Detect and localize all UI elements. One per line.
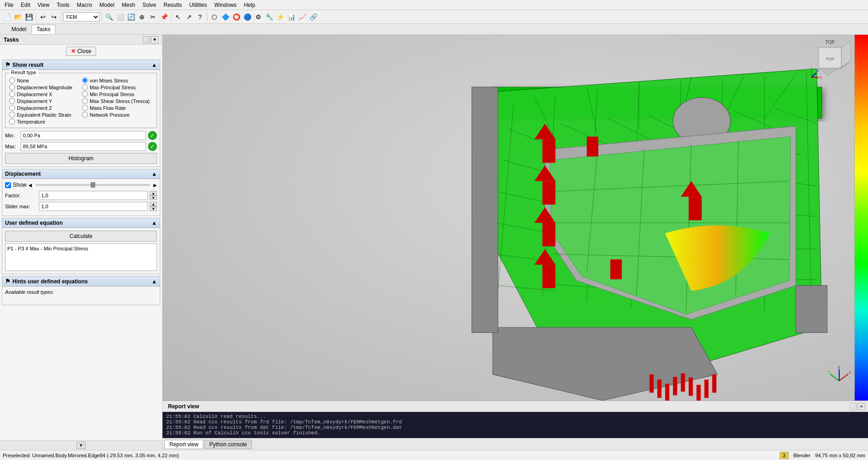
undo-btn[interactable]: ↩: [38, 12, 48, 22]
tool12[interactable]: ⭕: [231, 12, 241, 22]
slider-max-up[interactable]: ▲: [150, 202, 157, 206]
save-btn[interactable]: 💾: [24, 12, 34, 22]
report-maximize-btn[interactable]: ⬜: [850, 403, 857, 410]
svg-rect-86: [657, 379, 662, 398]
radio-eps-input[interactable]: [9, 112, 15, 118]
redo-btn[interactable]: ↪: [49, 12, 59, 22]
collapse-displacement[interactable]: ▲: [152, 171, 157, 177]
factor-input[interactable]: [39, 191, 148, 200]
tool5[interactable]: ✂: [148, 12, 158, 22]
radio-mass-flow-input[interactable]: [82, 105, 88, 111]
open-btn[interactable]: 📂: [13, 12, 23, 22]
radio-disp-x-input[interactable]: [9, 91, 15, 97]
menu-mesh[interactable]: Mesh: [119, 1, 138, 9]
collapse-hints[interactable]: ▲: [152, 278, 157, 285]
tool9[interactable]: ?: [195, 12, 205, 22]
radio-disp-y-input[interactable]: [9, 98, 15, 104]
radio-max-shear-input[interactable]: [82, 98, 88, 104]
menu-solve[interactable]: Solve: [140, 1, 159, 9]
tool8[interactable]: ↗: [184, 12, 194, 22]
collapse-show-result[interactable]: ▲: [152, 62, 157, 68]
radio-max-principal-input[interactable]: [82, 84, 88, 90]
dimensions-label: 94,75 mm x 50,92 mm: [815, 453, 865, 458]
tab-tasks[interactable]: Tasks: [32, 25, 56, 34]
displacement-header[interactable]: Displacement ▲: [2, 169, 160, 179]
expand-btn[interactable]: ⬜: [143, 36, 150, 43]
log-area[interactable]: 21:55:02 CalculiX read results... 21:55:…: [163, 412, 868, 438]
show-slider[interactable]: [36, 184, 150, 186]
slider-max-down[interactable]: ▼: [150, 206, 157, 211]
radio-mass-flow-label: Mass Flow Rate: [90, 105, 126, 111]
radio-disp-z-input[interactable]: [9, 105, 15, 111]
calculate-button[interactable]: Calculate: [5, 231, 157, 242]
tool7[interactable]: ↖: [173, 12, 183, 22]
equation-display: P1 - P3 # Max - Min Principal Stress: [5, 244, 157, 271]
main-viewport[interactable]: TOP TOP X Y Z: [163, 35, 868, 400]
tool14[interactable]: ⚙: [253, 12, 263, 22]
collapse-panel-btn[interactable]: ▼: [151, 36, 158, 43]
scroll-down-btn[interactable]: ▼: [76, 442, 86, 449]
show-result-header[interactable]: ⚑ Show result ▲: [2, 60, 160, 70]
tool15[interactable]: 🔧: [264, 12, 274, 22]
tool4[interactable]: ⊕: [137, 12, 147, 22]
tool18[interactable]: 📈: [297, 12, 307, 22]
menu-results[interactable]: Results: [161, 1, 184, 9]
svg-text:Z: Z: [838, 365, 840, 369]
tool3[interactable]: 🔄: [126, 12, 136, 22]
menu-macro[interactable]: Macro: [74, 1, 95, 9]
result-col-right: von Mises Stress Max Principal Stress Mi…: [82, 77, 153, 125]
collapse-user-eq[interactable]: ▲: [152, 220, 157, 226]
axis-indicator: X Y Z: [828, 363, 851, 387]
radio-min-principal-input[interactable]: [82, 91, 88, 97]
panel-scroll[interactable]: ⚑ Show result ▲ Result type: [0, 58, 162, 440]
menu-model[interactable]: Model: [97, 1, 117, 9]
factor-up[interactable]: ▲: [150, 191, 157, 195]
result-type-group: Result type None Di: [5, 73, 157, 128]
min-input[interactable]: [21, 131, 146, 140]
radio-max-principal: Max Principal Stress: [82, 84, 153, 91]
workbench-combo[interactable]: FEM: [63, 12, 100, 22]
tool1[interactable]: 🔍: [104, 12, 114, 22]
histogram-button[interactable]: Histogram: [5, 153, 157, 164]
radio-network-pressure-input[interactable]: [82, 112, 88, 118]
tool2[interactable]: ⬜: [115, 12, 125, 22]
tool11[interactable]: 🔷: [220, 12, 230, 22]
mesh-svg: [163, 35, 854, 400]
report-view-tab[interactable]: Report view: [164, 440, 203, 449]
radio-von-mises-input[interactable]: [82, 77, 88, 83]
show-checkbox[interactable]: [5, 182, 11, 188]
tool16[interactable]: ⚡: [275, 12, 285, 22]
new-btn[interactable]: 📄: [2, 12, 12, 22]
nav-cube[interactable]: TOP TOP X Y Z: [809, 38, 851, 80]
menu-utilities[interactable]: Utilities: [186, 1, 210, 9]
result-type-grid: None Displacement Magnitude Displacement…: [9, 77, 153, 125]
tab-model[interactable]: Model: [6, 25, 32, 34]
factor-down[interactable]: ▼: [150, 195, 157, 200]
radio-none-input[interactable]: [9, 77, 15, 83]
slider-max-input[interactable]: [39, 202, 148, 211]
show-row: Show ◀ ▶: [5, 182, 157, 188]
tool13[interactable]: 🔵: [242, 12, 252, 22]
sep2: [61, 12, 61, 22]
menu-edit[interactable]: Edit: [18, 1, 33, 9]
tool19[interactable]: 🔗: [308, 12, 318, 22]
menu-file[interactable]: File: [2, 1, 16, 9]
tool10[interactable]: ⬡: [209, 12, 219, 22]
menu-view[interactable]: View: [35, 1, 52, 9]
report-close-btn[interactable]: ✕: [858, 403, 865, 410]
menu-help[interactable]: Help: [241, 1, 258, 9]
user-equation-header[interactable]: User defined equation ▲: [2, 218, 160, 228]
radio-temp-input[interactable]: [9, 119, 15, 124]
hints-header[interactable]: ⚑ Hints user defined equations ▲: [2, 276, 160, 287]
max-input[interactable]: [21, 142, 146, 151]
menu-windows[interactable]: Windows: [212, 1, 239, 9]
close-button[interactable]: ✕ Close: [66, 47, 97, 56]
python-console-tab[interactable]: Python console: [204, 440, 252, 449]
tool17[interactable]: 📊: [286, 12, 296, 22]
max-check-icon: ✓: [148, 142, 157, 151]
radio-disp-z: Displacement Z: [9, 104, 80, 111]
menu-tools[interactable]: Tools: [54, 1, 72, 9]
tool6[interactable]: 📌: [159, 12, 169, 22]
svg-rect-80: [587, 137, 598, 157]
radio-disp-mag-input[interactable]: [9, 84, 15, 90]
